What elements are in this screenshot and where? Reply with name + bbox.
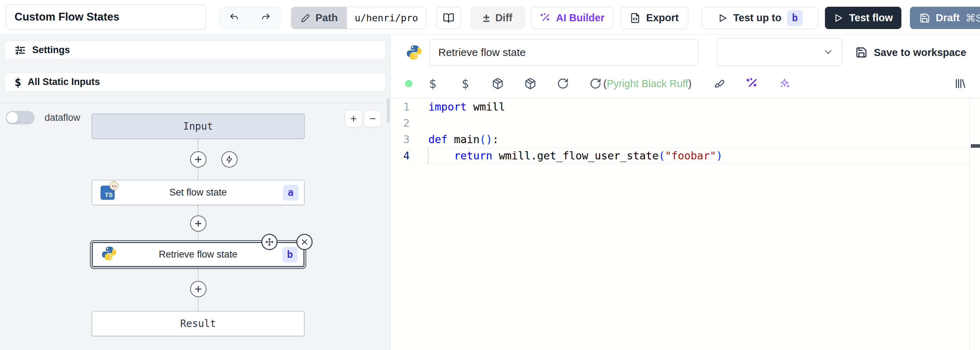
ai-wand-icon[interactable] (746, 78, 758, 89)
all-static-inputs-label: All Static Inputs (28, 77, 100, 88)
flow-title-input[interactable] (6, 5, 206, 29)
variable-dollar-icon[interactable]: $ (429, 77, 436, 91)
insert-step-button[interactable] (190, 281, 207, 297)
add-trigger-button[interactable] (221, 151, 237, 168)
step-b-label: Retrieve flow state (159, 249, 237, 260)
path-value: u/henri/pro (347, 7, 426, 29)
code-line[interactable]: def main(): (423, 131, 969, 148)
save-icon (920, 13, 930, 23)
test-up-to-step-badge: b (787, 10, 803, 26)
code-lines[interactable]: import wmilldef main(): return wmill.get… (423, 99, 969, 164)
input-node-label: Input (183, 120, 213, 132)
chevron-down-icon (822, 46, 834, 58)
language-status-dot (405, 80, 412, 88)
file-code-icon (630, 13, 641, 23)
bun-icon (109, 181, 119, 190)
delete-step-button[interactable] (296, 234, 313, 250)
plus-icon (194, 155, 203, 164)
flow-result-node[interactable]: Result (92, 311, 304, 336)
workspace-script-select[interactable] (717, 38, 842, 66)
export-button[interactable]: Export (620, 7, 688, 29)
save-to-workspace-button[interactable]: Save to workspace (855, 42, 966, 63)
dataflow-label: dataflow (45, 112, 80, 123)
test-up-to-label: Test up to (733, 12, 781, 24)
play-icon (718, 13, 727, 23)
step-b-id-badge: b (282, 247, 298, 262)
redo-button[interactable] (250, 8, 280, 28)
step-name-input[interactable] (430, 39, 698, 66)
line-number: 3 (391, 131, 410, 148)
plus-glyph: + (350, 112, 357, 125)
code-line[interactable] (423, 115, 969, 131)
top-toolbar: Path u/henri/pro ± Diff AI Builder Expor… (0, 0, 980, 34)
pencil-icon (301, 13, 310, 23)
book-open-icon (443, 13, 454, 24)
line-number: 4 (391, 148, 410, 164)
ai-sparkles-icon[interactable] (778, 78, 791, 89)
wand-sparkles-icon (540, 13, 550, 23)
draft-save-button[interactable]: Draft ⌘S (910, 7, 980, 29)
test-up-to-button[interactable]: Test up to b (702, 7, 819, 29)
reload-icon[interactable] (590, 78, 601, 89)
minus-glyph: − (369, 112, 376, 125)
move-step-handle[interactable] (261, 234, 278, 250)
all-static-inputs-button[interactable]: $ All Static Inputs (5, 73, 385, 91)
export-label: Export (646, 12, 679, 24)
plus-minus-icon: ± (483, 11, 490, 25)
code-editor[interactable]: 1234 import wmilldef main(): return wmil… (391, 99, 980, 350)
sliders-icon (14, 45, 26, 56)
insert-step-button[interactable] (190, 216, 207, 232)
insert-step-button[interactable] (190, 151, 207, 168)
settings-button[interactable]: Settings (5, 41, 385, 59)
docs-button[interactable] (436, 7, 461, 29)
diff-button[interactable]: ± Diff (471, 7, 525, 29)
play-icon (834, 13, 843, 23)
step-a-label: Set flow state (169, 187, 227, 198)
library-icon[interactable] (954, 78, 966, 89)
save-to-workspace-label: Save to workspace (874, 47, 966, 58)
dataflow-toggle[interactable] (6, 111, 35, 124)
plus-icon (194, 284, 203, 294)
path-button[interactable]: Path u/henri/pro (291, 7, 426, 29)
redo-icon (260, 13, 270, 23)
zoom-in-button[interactable]: + (345, 110, 362, 127)
undo-redo-group (220, 8, 280, 29)
step-editor-panel: Save to workspace $ $ (Pyright Black Ruf… (391, 34, 980, 350)
toggle-knob (7, 112, 18, 123)
zoom-out-button[interactable]: − (364, 110, 381, 127)
panel-scrollbar[interactable] (387, 98, 390, 123)
test-flow-button[interactable]: Test flow (825, 7, 901, 29)
format-brush-icon[interactable] (713, 78, 725, 89)
graph-divider (0, 104, 390, 104)
save-icon (855, 46, 867, 58)
code-assistants-status: (Pyright Black Ruff) (603, 78, 692, 89)
code-line[interactable]: import wmill (423, 99, 969, 115)
typescript-bun-icon: TS (100, 185, 115, 200)
paren: ( (603, 78, 607, 89)
test-flow-label: Test flow (849, 12, 893, 24)
package-icon[interactable] (524, 78, 536, 89)
zap-icon (225, 155, 234, 164)
plus-icon (194, 219, 203, 228)
package-icon[interactable] (492, 78, 504, 89)
undo-icon (229, 13, 240, 23)
resource-dollar-icon[interactable]: $ (462, 77, 469, 91)
overview-ruler-cursor-mark (971, 144, 980, 148)
undo-button[interactable] (220, 8, 250, 28)
draft-label: Draft (936, 12, 960, 24)
ai-builder-button[interactable]: AI Builder (531, 7, 613, 29)
step-node-set-flow-state[interactable]: TS Set flow state a (92, 180, 304, 205)
flow-input-node[interactable]: Input (92, 114, 304, 139)
code-line[interactable]: return wmill.get_flow_user_state("foobar… (423, 148, 969, 164)
arrows-move-icon (265, 238, 274, 246)
editor-toolbar: $ $ (Pyright Black Ruff) (391, 69, 980, 99)
reload-icon[interactable] (557, 78, 569, 89)
result-node-label: Result (180, 318, 216, 329)
python-icon (406, 44, 422, 62)
editor-gutter: 1234 (391, 99, 410, 164)
minimap-divider (969, 99, 970, 350)
ai-builder-label: AI Builder (556, 12, 605, 24)
assistants-label: Pyright Black Ruff (607, 78, 688, 89)
draft-shortcut: ⌘S (966, 12, 980, 24)
path-label: Path (315, 12, 338, 24)
